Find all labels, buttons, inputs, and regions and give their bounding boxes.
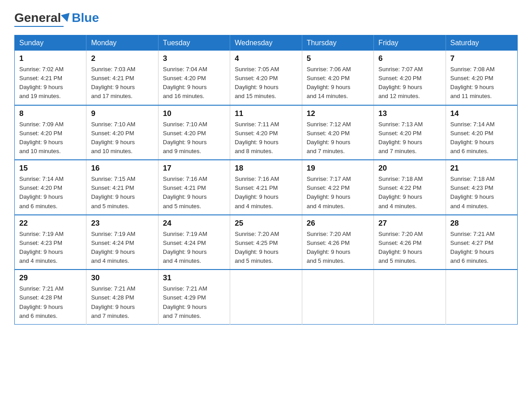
day-number: 30 <box>91 274 153 283</box>
day-number: 29 <box>19 274 82 283</box>
logo-blue-text: Blue <box>72 11 99 25</box>
weekday-header-saturday: Saturday <box>446 35 517 51</box>
calendar-cell: 24 Sunrise: 7:19 AMSunset: 4:24 PMDaylig… <box>158 215 230 270</box>
day-info: Sunrise: 7:20 AMSunset: 4:26 PMDaylight:… <box>307 230 369 266</box>
logo-underline <box>14 26 64 27</box>
day-info: Sunrise: 7:05 AMSunset: 4:20 PMDaylight:… <box>235 65 297 101</box>
page-header: General Blue <box>14 11 518 27</box>
calendar-cell: 29 Sunrise: 7:21 AMSunset: 4:28 PMDaylig… <box>15 270 86 324</box>
day-number: 10 <box>163 109 225 118</box>
day-number: 28 <box>450 219 513 228</box>
calendar-cell: 17 Sunrise: 7:16 AMSunset: 4:21 PMDaylig… <box>158 160 230 215</box>
day-info: Sunrise: 7:21 AMSunset: 4:29 PMDaylight:… <box>163 284 225 321</box>
calendar-week-row: 8 Sunrise: 7:09 AMSunset: 4:20 PMDayligh… <box>15 105 518 160</box>
day-info: Sunrise: 7:12 AMSunset: 4:20 PMDaylight:… <box>307 120 369 156</box>
day-info: Sunrise: 7:19 AMSunset: 4:23 PMDaylight:… <box>19 230 82 266</box>
day-number: 1 <box>19 54 82 63</box>
calendar-cell <box>374 270 446 324</box>
day-info: Sunrise: 7:09 AMSunset: 4:20 PMDaylight:… <box>19 120 82 156</box>
calendar-cell: 11 Sunrise: 7:11 AMSunset: 4:20 PMDaylig… <box>230 105 302 160</box>
day-info: Sunrise: 7:16 AMSunset: 4:21 PMDaylight:… <box>235 175 297 211</box>
day-number: 8 <box>19 109 82 118</box>
calendar-week-row: 15 Sunrise: 7:14 AMSunset: 4:20 PMDaylig… <box>15 160 518 215</box>
day-info: Sunrise: 7:19 AMSunset: 4:24 PMDaylight:… <box>163 230 225 266</box>
day-info: Sunrise: 7:18 AMSunset: 4:23 PMDaylight:… <box>450 175 513 211</box>
day-number: 20 <box>378 164 441 173</box>
day-info: Sunrise: 7:10 AMSunset: 4:20 PMDaylight:… <box>163 120 225 156</box>
day-number: 17 <box>163 164 225 173</box>
calendar-cell: 13 Sunrise: 7:13 AMSunset: 4:20 PMDaylig… <box>374 105 446 160</box>
day-info: Sunrise: 7:14 AMSunset: 4:20 PMDaylight:… <box>450 120 513 156</box>
calendar-cell: 2 Sunrise: 7:03 AMSunset: 4:21 PMDayligh… <box>86 51 158 105</box>
day-info: Sunrise: 7:13 AMSunset: 4:20 PMDaylight:… <box>378 120 441 156</box>
calendar-table: SundayMondayTuesdayWednesdayThursdayFrid… <box>14 35 518 325</box>
logo: General Blue <box>14 11 99 27</box>
day-number: 31 <box>163 274 225 283</box>
day-info: Sunrise: 7:18 AMSunset: 4:22 PMDaylight:… <box>378 175 441 211</box>
calendar-cell: 21 Sunrise: 7:18 AMSunset: 4:23 PMDaylig… <box>446 160 517 215</box>
day-number: 6 <box>378 54 441 63</box>
day-number: 4 <box>235 54 297 63</box>
day-info: Sunrise: 7:02 AMSunset: 4:21 PMDaylight:… <box>19 65 82 101</box>
weekday-header-wednesday: Wednesday <box>230 35 302 51</box>
day-number: 3 <box>163 54 225 63</box>
day-number: 12 <box>307 109 369 118</box>
day-number: 26 <box>307 219 369 228</box>
day-number: 16 <box>91 164 153 173</box>
day-info: Sunrise: 7:21 AMSunset: 4:28 PMDaylight:… <box>91 284 153 321</box>
day-number: 23 <box>91 219 153 228</box>
day-number: 5 <box>307 54 369 63</box>
day-number: 21 <box>450 164 513 173</box>
day-info: Sunrise: 7:06 AMSunset: 4:20 PMDaylight:… <box>307 65 369 101</box>
calendar-cell: 27 Sunrise: 7:20 AMSunset: 4:26 PMDaylig… <box>374 215 446 270</box>
calendar-cell: 14 Sunrise: 7:14 AMSunset: 4:20 PMDaylig… <box>446 105 517 160</box>
day-number: 25 <box>235 219 297 228</box>
day-info: Sunrise: 7:03 AMSunset: 4:21 PMDaylight:… <box>91 65 153 101</box>
weekday-header-thursday: Thursday <box>302 35 373 51</box>
calendar-cell: 6 Sunrise: 7:07 AMSunset: 4:20 PMDayligh… <box>374 51 446 105</box>
calendar-cell: 4 Sunrise: 7:05 AMSunset: 4:20 PMDayligh… <box>230 51 302 105</box>
day-info: Sunrise: 7:20 AMSunset: 4:26 PMDaylight:… <box>378 230 441 266</box>
calendar-cell: 15 Sunrise: 7:14 AMSunset: 4:20 PMDaylig… <box>15 160 86 215</box>
calendar-week-row: 1 Sunrise: 7:02 AMSunset: 4:21 PMDayligh… <box>15 51 518 105</box>
day-number: 7 <box>450 54 513 63</box>
calendar-cell <box>230 270 302 324</box>
calendar-cell: 26 Sunrise: 7:20 AMSunset: 4:26 PMDaylig… <box>302 215 373 270</box>
day-number: 24 <box>163 219 225 228</box>
calendar-cell <box>302 270 373 324</box>
calendar-cell: 19 Sunrise: 7:17 AMSunset: 4:22 PMDaylig… <box>302 160 373 215</box>
calendar-cell: 5 Sunrise: 7:06 AMSunset: 4:20 PMDayligh… <box>302 51 373 105</box>
calendar-week-row: 22 Sunrise: 7:19 AMSunset: 4:23 PMDaylig… <box>15 215 518 270</box>
day-info: Sunrise: 7:16 AMSunset: 4:21 PMDaylight:… <box>163 175 225 211</box>
day-info: Sunrise: 7:04 AMSunset: 4:20 PMDaylight:… <box>163 65 225 101</box>
day-number: 9 <box>91 109 153 118</box>
calendar-cell: 25 Sunrise: 7:20 AMSunset: 4:25 PMDaylig… <box>230 215 302 270</box>
day-info: Sunrise: 7:08 AMSunset: 4:20 PMDaylight:… <box>450 65 513 101</box>
day-number: 19 <box>307 164 369 173</box>
day-info: Sunrise: 7:14 AMSunset: 4:20 PMDaylight:… <box>19 175 82 211</box>
calendar-cell: 3 Sunrise: 7:04 AMSunset: 4:20 PMDayligh… <box>158 51 230 105</box>
calendar-cell: 10 Sunrise: 7:10 AMSunset: 4:20 PMDaylig… <box>158 105 230 160</box>
day-number: 27 <box>378 219 441 228</box>
calendar-cell: 8 Sunrise: 7:09 AMSunset: 4:20 PMDayligh… <box>15 105 86 160</box>
calendar-cell: 12 Sunrise: 7:12 AMSunset: 4:20 PMDaylig… <box>302 105 373 160</box>
day-info: Sunrise: 7:15 AMSunset: 4:21 PMDaylight:… <box>91 175 153 211</box>
day-info: Sunrise: 7:10 AMSunset: 4:20 PMDaylight:… <box>91 120 153 156</box>
calendar-cell: 31 Sunrise: 7:21 AMSunset: 4:29 PMDaylig… <box>158 270 230 324</box>
weekday-header-tuesday: Tuesday <box>158 35 230 51</box>
weekday-header-monday: Monday <box>86 35 158 51</box>
day-info: Sunrise: 7:07 AMSunset: 4:20 PMDaylight:… <box>378 65 441 101</box>
calendar-cell <box>446 270 517 324</box>
calendar-cell: 28 Sunrise: 7:21 AMSunset: 4:27 PMDaylig… <box>446 215 517 270</box>
weekday-header-sunday: Sunday <box>15 35 86 51</box>
calendar-cell: 23 Sunrise: 7:19 AMSunset: 4:24 PMDaylig… <box>86 215 158 270</box>
day-number: 14 <box>450 109 513 118</box>
calendar-cell: 9 Sunrise: 7:10 AMSunset: 4:20 PMDayligh… <box>86 105 158 160</box>
logo-general-text: General <box>14 11 61 25</box>
day-number: 22 <box>19 219 82 228</box>
day-number: 2 <box>91 54 153 63</box>
calendar-week-row: 29 Sunrise: 7:21 AMSunset: 4:28 PMDaylig… <box>15 270 518 324</box>
weekday-header-row: SundayMondayTuesdayWednesdayThursdayFrid… <box>15 35 518 51</box>
day-number: 13 <box>378 109 441 118</box>
day-number: 18 <box>235 164 297 173</box>
